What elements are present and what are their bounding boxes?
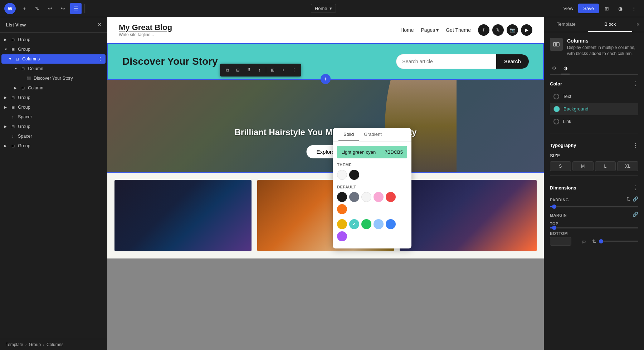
size-m-button[interactable]: M xyxy=(572,161,594,171)
sidebar-item-column2[interactable]: ▶ ⊟ Column xyxy=(1,83,106,93)
expand-icon: ▼ xyxy=(9,57,14,61)
copy-block-button[interactable]: ⧉ xyxy=(222,65,232,75)
wp-logo-icon[interactable]: W xyxy=(4,3,16,14)
home-dropdown[interactable]: Home ▾ xyxy=(311,4,336,13)
padding-link-button[interactable]: 🔗 xyxy=(633,196,638,202)
swatch-white[interactable] xyxy=(337,170,347,180)
columns-block-button[interactable]: ⊟ xyxy=(233,65,243,75)
margin-bottom-input[interactable]: 0 xyxy=(550,237,571,246)
close-sidebar-button[interactable]: × xyxy=(98,21,101,28)
bottom-adjust-button[interactable]: ⇅ xyxy=(592,238,596,244)
sidebar-item-column1[interactable]: ▼ ⊟ Column xyxy=(1,64,106,73)
picker-tab-gradient[interactable]: Gradient xyxy=(359,128,387,141)
padding-adjust-button[interactable]: ⇅ xyxy=(626,196,630,202)
instagram-icon[interactable]: 📷 xyxy=(507,24,518,36)
list-view-button[interactable]: ☰ xyxy=(70,3,82,14)
breadcrumb-group[interactable]: Group xyxy=(29,342,41,347)
more-options-block-button[interactable]: ⋮ xyxy=(289,65,299,75)
sidebar-item-group3[interactable]: ▶ ⊞ Group xyxy=(1,93,106,102)
settings-gear-tab[interactable]: ⚙ xyxy=(550,63,558,74)
swatch-black[interactable] xyxy=(337,192,347,202)
swatch-purple[interactable] xyxy=(337,231,347,241)
typography-more-icon[interactable]: ⋮ xyxy=(633,142,638,149)
swatch-light-blue[interactable] xyxy=(374,219,384,229)
swatch-white[interactable] xyxy=(361,192,371,202)
options-button[interactable]: ⋮ xyxy=(628,3,640,14)
size-s-button[interactable]: S xyxy=(550,161,571,171)
padding-slider-thumb[interactable] xyxy=(552,204,556,209)
size-xl-button[interactable]: XL xyxy=(617,161,638,171)
color-option-link[interactable]: Link xyxy=(550,116,638,127)
swatch-blue[interactable] xyxy=(386,219,396,229)
search-button[interactable]: Search xyxy=(496,54,529,69)
layout-toggle-button[interactable]: ⊞ xyxy=(601,3,613,14)
undo-button[interactable]: ↩ xyxy=(44,3,56,14)
swatch-red[interactable] xyxy=(386,192,396,202)
nav-get-theme[interactable]: Get Theme xyxy=(446,27,471,33)
sidebar-item-group1[interactable]: ▶ ⊞ Group xyxy=(1,35,106,44)
sidebar-item-spacer2[interactable]: ↕ Spacer xyxy=(1,132,106,141)
tab-template[interactable]: Template xyxy=(544,17,588,32)
swatch-black[interactable] xyxy=(349,170,359,180)
swatch-green[interactable] xyxy=(361,219,371,229)
twitter-icon[interactable]: 𝕏 xyxy=(492,24,504,36)
svg-rect-0 xyxy=(553,43,556,46)
youtube-icon[interactable]: ▶ xyxy=(521,24,532,36)
margin-top-slider-thumb[interactable] xyxy=(552,226,556,230)
align-button[interactable]: ⊞ xyxy=(268,65,278,75)
add-block-inline-button[interactable]: + xyxy=(278,65,288,75)
canvas-inner: ⧉ ⊟ ⠿ ↕ ⊞ + ⋮ My Great Blog Write site t… xyxy=(107,17,544,258)
color-option-background[interactable]: Background xyxy=(550,103,638,115)
breadcrumb-columns[interactable]: Columns xyxy=(47,342,63,347)
hero-section: Brilliant Hairstyle You Must try on Your… xyxy=(107,80,544,173)
right-sidebar: Template Block × Columns Display content… xyxy=(544,17,644,350)
color-name-label: Light green cyan xyxy=(341,149,376,155)
sidebar-item-discover[interactable]: ⬛ Discover Your Story xyxy=(1,74,106,83)
size-l-button[interactable]: L xyxy=(595,161,616,171)
right-sidebar-header: Template Block × xyxy=(544,17,644,32)
color-more-icon[interactable]: ⋮ xyxy=(633,80,638,87)
breadcrumb: Template › Group › Columns xyxy=(0,339,107,350)
picker-tab-solid[interactable]: Solid xyxy=(338,128,359,141)
swatch-yellow[interactable] xyxy=(337,219,347,229)
dimensions-more-icon[interactable]: ⋮ xyxy=(633,184,638,191)
tab-block[interactable]: Block xyxy=(588,17,632,32)
nav-pages[interactable]: Pages ▾ xyxy=(421,27,439,33)
sidebar-item-group6[interactable]: ▶ ⊞ Group xyxy=(1,141,106,151)
swatch-pink[interactable] xyxy=(374,192,384,202)
sidebar-item-columns[interactable]: ▼ ⊟ Columns ⋮ xyxy=(1,54,106,64)
spacer-block-icon: ↕ xyxy=(10,114,16,120)
margin-label: MARGIN xyxy=(550,213,567,217)
color-option-text[interactable]: Text xyxy=(550,91,638,102)
settings-styles-tab[interactable]: ◑ xyxy=(561,63,570,74)
right-content: Columns Display content in multiple colu… xyxy=(544,32,644,253)
close-right-sidebar-button[interactable]: × xyxy=(632,19,644,31)
save-button[interactable]: Save xyxy=(578,4,599,13)
nav-home[interactable]: Home xyxy=(400,27,414,33)
drag-handle-button[interactable]: ⠿ xyxy=(244,65,254,75)
move-button[interactable]: ↕ xyxy=(254,65,264,75)
sidebar-item-spacer1[interactable]: ↕ Spacer xyxy=(1,112,106,122)
add-block-between-button[interactable]: + xyxy=(321,74,331,84)
swatch-orange[interactable] xyxy=(337,204,347,214)
edit-button[interactable]: ✎ xyxy=(31,3,43,14)
redo-button[interactable]: ↪ xyxy=(57,3,69,14)
sidebar-item-group2[interactable]: ▼ ⊞ Group xyxy=(1,45,106,54)
view-button[interactable]: View xyxy=(560,4,576,13)
columns-block-icon: ⊟ xyxy=(14,56,20,62)
swatch-gray[interactable] xyxy=(349,192,359,202)
search-article-input[interactable] xyxy=(396,54,496,69)
add-block-toolbar-button[interactable]: + xyxy=(19,3,30,14)
sidebar-item-group4[interactable]: ▶ ⊞ Group xyxy=(1,103,106,112)
swatch-teal[interactable] xyxy=(349,219,359,229)
more-options-icon[interactable]: ⋮ xyxy=(98,56,103,62)
sidebar-item-group5[interactable]: ▶ ⊞ Group xyxy=(1,122,106,131)
right-toolbar: View Save ⊞ ◑ ⋮ xyxy=(560,3,640,14)
card-code xyxy=(114,180,252,251)
margin-bottom-slider-thumb[interactable] xyxy=(599,239,603,243)
margin-link-button[interactable]: 🔗 xyxy=(633,212,638,217)
typography-section: Typography ⋮ SIZE S M L XL xyxy=(550,133,638,171)
facebook-icon[interactable]: f xyxy=(478,24,489,36)
theme-toggle-button[interactable]: ◑ xyxy=(615,3,626,14)
breadcrumb-template[interactable]: Template xyxy=(6,342,23,347)
